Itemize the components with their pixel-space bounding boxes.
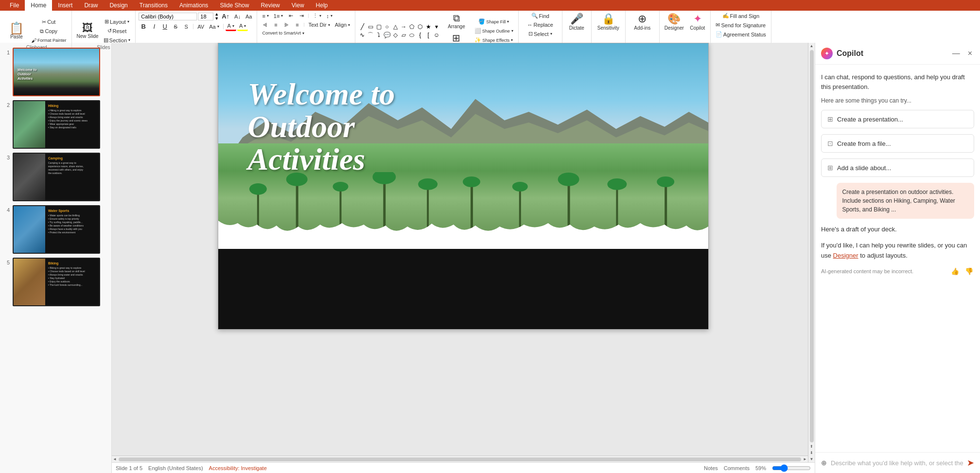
slide-thumb-5[interactable]: 5 Biking • Biking is great way to explor… <box>2 257 109 307</box>
dictate-button[interactable]: 🎤 Dictate <box>567 12 586 32</box>
scroll-right-btn[interactable]: ► <box>802 456 808 462</box>
designer-button[interactable]: 🎨 Designer <box>663 12 686 32</box>
shape-line[interactable]: ╱ <box>358 23 366 31</box>
tab-review[interactable]: Review <box>255 0 285 11</box>
copy-button[interactable]: ⧉ Copy <box>29 27 69 35</box>
shadow-button[interactable]: S <box>181 23 191 31</box>
tab-file[interactable]: File <box>4 0 25 11</box>
slide-image-3[interactable]: Camping Camping is a great way toexperie… <box>13 153 100 201</box>
change-case-button[interactable]: Aa▾ <box>207 23 221 31</box>
font-color-button[interactable]: A▾ <box>226 22 236 31</box>
shape-rounded-rect[interactable]: ▢ <box>375 23 383 31</box>
copilot-input[interactable] <box>831 459 963 467</box>
italic-button[interactable]: I <box>149 22 159 31</box>
notes-button[interactable]: Notes <box>704 465 718 471</box>
designer-link[interactable]: Designer <box>833 252 858 259</box>
create-from-file-btn[interactable]: ⊡ Create from a file... <box>821 134 974 153</box>
slide-thumb-1[interactable]: 1 Welcome to Outdoor Activities <box>2 47 109 97</box>
shape-parallelogram[interactable]: ▱ <box>400 31 407 39</box>
justify-button[interactable]: ≡ <box>292 21 302 29</box>
font-size-input[interactable] <box>198 13 213 20</box>
shape-diamond[interactable]: ◇ <box>391 31 399 39</box>
shape-connector[interactable]: ⤵ <box>375 31 383 39</box>
tab-insert[interactable]: Insert <box>52 0 78 11</box>
numbering-button[interactable]: 1≡▾ <box>272 12 285 20</box>
scroll-down-btn[interactable]: ▼ <box>809 456 815 462</box>
tab-help[interactable]: Help <box>310 0 334 11</box>
shape-rect[interactable]: ▭ <box>367 23 374 31</box>
increase-indent-button[interactable]: ⇥ <box>297 12 306 20</box>
select-button[interactable]: ⊡ Select ▾ <box>525 30 555 38</box>
create-presentation-btn[interactable]: ⊞ Create a presentation... <box>821 110 974 128</box>
shape-brace[interactable]: { <box>416 31 424 39</box>
scroll-up-btn[interactable]: ▲ <box>809 43 815 49</box>
align-text-button[interactable]: Align▾ <box>333 21 352 29</box>
copilot-close-button[interactable]: × <box>966 48 974 59</box>
scroll-to-top-btn[interactable]: ⬆ <box>809 443 814 450</box>
find-button[interactable]: 🔍 Find <box>525 12 555 20</box>
shape-star[interactable]: ★ <box>424 23 432 31</box>
slide-image-1[interactable]: Welcome to Outdoor Activities <box>13 48 100 96</box>
main-slide-canvas[interactable]: Welcome to Outdoor Activities <box>218 43 709 330</box>
highlight-button[interactable]: A▾ <box>237 22 248 31</box>
bold-button[interactable]: B <box>139 22 148 31</box>
center-button[interactable]: ≡ <box>271 21 280 29</box>
tab-home[interactable]: Home <box>25 0 52 11</box>
scroll-thumb-v[interactable] <box>810 50 814 442</box>
tab-animations[interactable]: Animations <box>174 0 214 11</box>
slide-thumb-4[interactable]: 4 Water Sports • Water sports can be thr… <box>2 204 109 255</box>
align-right-button[interactable]: ⫸ <box>281 21 291 29</box>
strikethrough-button[interactable]: S <box>171 23 180 31</box>
tab-design[interactable]: Design <box>104 0 133 11</box>
tab-transitions[interactable]: Transitions <box>134 0 174 11</box>
columns-button[interactable]: ⋮▾ <box>311 12 323 20</box>
slide-thumb-2[interactable]: 2 Hiking • Hiking is great way to explor… <box>2 99 109 150</box>
tab-slideshow[interactable]: Slide Show <box>214 0 255 11</box>
tab-view[interactable]: View <box>286 0 310 11</box>
shape-smiley[interactable]: ☺ <box>433 31 440 39</box>
slide-image-4[interactable]: Water Sports • Water sports can be thril… <box>13 205 100 254</box>
cut-button[interactable]: ✂ Cut <box>29 18 69 26</box>
agreement-status-button[interactable]: 📄 Agreement Status <box>714 30 768 38</box>
replace-button[interactable]: ↔ Replace <box>525 21 555 29</box>
increase-font-btn[interactable]: A↑ <box>220 12 231 21</box>
decrease-font-btn[interactable]: A↓ <box>232 13 243 20</box>
format-painter-button[interactable]: 🖌 Format Painter <box>29 36 69 44</box>
shape-oval[interactable]: ○ <box>383 23 391 31</box>
align-left-button[interactable]: ⫷ <box>260 21 270 29</box>
zoom-slider[interactable] <box>772 464 811 472</box>
decrease-indent-button[interactable]: ⇤ <box>286 12 296 20</box>
comments-button[interactable]: Comments <box>724 465 750 471</box>
convert-smartart-button[interactable]: Convert to SmartArt▾ <box>260 30 306 36</box>
shape-cylinder[interactable]: ⬭ <box>408 31 416 39</box>
shape-fill-button[interactable]: 🪣 Shape Fill ▾ <box>472 18 515 26</box>
shape-pentagon[interactable]: ⬠ <box>408 23 416 31</box>
add-slide-btn[interactable]: ⊞ Add a slide about... <box>821 158 974 177</box>
shape-outline-button[interactable]: ⬜ Shape Outline ▾ <box>472 27 515 35</box>
shape-curve[interactable]: ⌒ <box>367 31 374 39</box>
slide-image-5[interactable]: Biking • Biking is great way to explore•… <box>13 258 100 306</box>
scroll-left-btn[interactable]: ◄ <box>112 456 118 462</box>
shape-more[interactable]: ▾ <box>433 23 440 31</box>
send-signature-button[interactable]: ✉ Send for Signature <box>714 21 768 29</box>
addins-button[interactable]: ⊕ Add-ins <box>632 12 652 32</box>
copilot-minimize-button[interactable]: — <box>950 48 962 59</box>
thumbs-up-btn[interactable]: 👍 <box>950 266 960 276</box>
paste-button[interactable]: 📋 Paste <box>5 21 28 40</box>
sensitivity-button[interactable]: 🔒 Sensitivity <box>595 12 621 32</box>
thumbs-down-btn[interactable]: 👎 <box>964 266 974 276</box>
new-slide-button[interactable]: 🖼 New Slide <box>75 22 101 40</box>
line-spacing-button[interactable]: ↕▾ <box>324 12 334 20</box>
scroll-thumb-h[interactable] <box>119 457 801 461</box>
fill-sign-button[interactable]: ✍ Fill and Sign <box>714 12 768 20</box>
slide-thumb-3[interactable]: 3 Camping Camping is a great way toexper… <box>2 152 109 202</box>
shape-freeform[interactable]: ∿ <box>358 31 366 39</box>
reset-button[interactable]: ↺ Reset <box>102 27 133 35</box>
char-spacing-button[interactable]: AV <box>195 23 206 31</box>
underline-button[interactable]: U <box>160 22 170 31</box>
shape-hexagon[interactable]: ⬡ <box>416 23 424 31</box>
shape-triangle[interactable]: △ <box>391 23 399 31</box>
layout-button[interactable]: ⊞ Layout ▾ <box>102 18 133 26</box>
shape-bracket[interactable]: [ <box>424 31 432 39</box>
shape-arrow[interactable]: → <box>400 23 407 31</box>
